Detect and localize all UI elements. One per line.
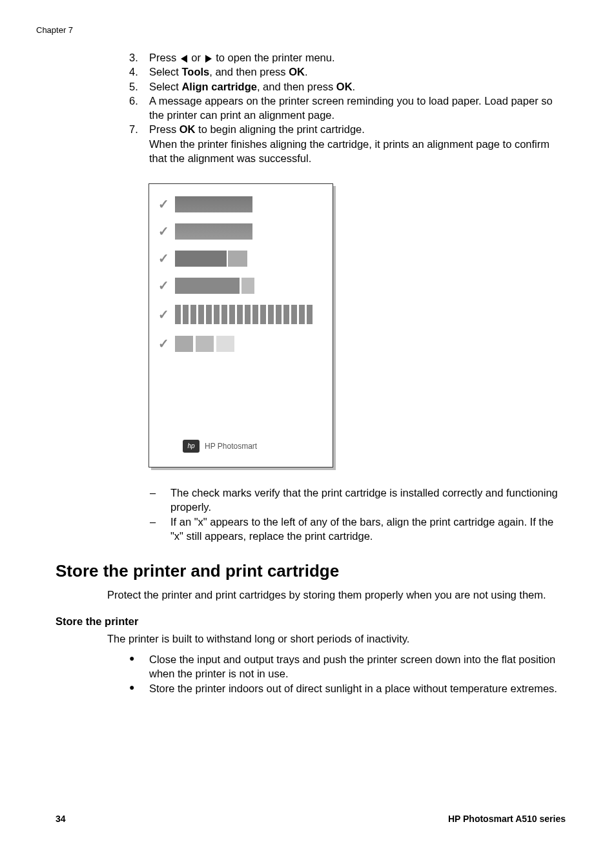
step-number: 7.: [129, 122, 149, 165]
subsection-paragraph: The printer is built to withstand long o…: [107, 632, 566, 646]
alignment-page-illustration: ✓ ✓ ✓ ✓ ✓ ✓ hp HP Photosmart: [149, 183, 566, 468]
page-number: 34: [56, 813, 66, 825]
numbered-steps: 3. Press or to open the printer menu. 4.…: [129, 50, 566, 165]
section-title: Store the printer and print cartridge: [56, 560, 566, 582]
bullet-mark: ●: [129, 681, 149, 695]
checkmark-icon: ✓: [158, 335, 169, 353]
step-5: 5. Select Align cartridge, and then pres…: [129, 79, 566, 94]
bold: OK: [336, 81, 353, 92]
text: Select: [149, 66, 181, 77]
bullet-item-1: ● Close the input and output trays and p…: [129, 652, 566, 681]
product-name: HP Photosmart A510 series: [448, 813, 566, 825]
step-text: Press or to open the printer menu.: [149, 50, 566, 65]
step-text: A message appears on the printer screen …: [149, 94, 566, 123]
dash-text: The check marks verify that the print ca…: [170, 486, 566, 515]
text: or: [189, 52, 204, 63]
checkmark-icon: ✓: [158, 306, 169, 324]
dash-item-1: – The check marks verify that the print …: [150, 486, 566, 515]
alignment-bar: [175, 278, 254, 294]
subsection-title: Store the printer: [56, 614, 566, 628]
step-number: 3.: [129, 50, 149, 65]
bullet-item-2: ● Store the printer indoors out of direc…: [129, 681, 566, 695]
align-row-3: ✓: [158, 250, 321, 267]
step-number: 5.: [129, 79, 149, 94]
text: , and then press: [209, 66, 289, 77]
bullet-text: Store the printer indoors out of direct …: [149, 681, 566, 695]
hp-logo-icon: hp: [183, 440, 200, 453]
align-row-5: ✓: [158, 304, 321, 325]
page-content: 3. Press or to open the printer menu. 4.…: [56, 50, 566, 695]
bullet-text: Close the input and output trays and pus…: [149, 652, 566, 681]
text: Select: [149, 81, 181, 92]
text: Press: [149, 123, 180, 135]
alignment-bar: [175, 196, 252, 212]
text: .: [353, 81, 356, 92]
step-text: Press OK to begin aligning the print car…: [149, 122, 566, 165]
dash-item-2: – If an "x" appears to the left of any o…: [150, 515, 566, 544]
checkmark-icon: ✓: [158, 196, 169, 213]
bold: OK: [180, 123, 196, 135]
step-text: Select Tools, and then press OK.: [149, 65, 566, 79]
alignment-bar: [175, 336, 234, 352]
text: to open the printer menu.: [213, 52, 335, 63]
left-arrow-icon: [181, 55, 187, 63]
step-number: 6.: [129, 94, 149, 123]
bullet-mark: ●: [129, 652, 149, 681]
chapter-header: Chapter 7: [36, 25, 73, 36]
hp-logo-row: hp HP Photosmart: [183, 440, 257, 453]
alignment-box: ✓ ✓ ✓ ✓ ✓ ✓ hp HP Photosmart: [149, 183, 333, 468]
bold: Align cartridge: [181, 81, 256, 92]
checkmark-icon: ✓: [158, 250, 169, 267]
align-row-6: ✓: [158, 335, 321, 352]
text: to begin aligning the print cartridge.: [196, 123, 365, 135]
dash-mark: –: [150, 486, 170, 515]
checkmark-icon: ✓: [158, 277, 169, 294]
step-7: 7. Press OK to begin aligning the print …: [129, 122, 566, 165]
align-row-2: ✓: [158, 223, 321, 240]
step-6: 6. A message appears on the printer scre…: [129, 94, 566, 123]
bold: Tools: [181, 66, 209, 77]
alignment-bar: [175, 223, 252, 240]
step-text: Select Align cartridge, and then press O…: [149, 79, 566, 94]
bullet-list: ● Close the input and output trays and p…: [129, 652, 566, 695]
checkmark-icon: ✓: [158, 223, 169, 240]
text: , and then press: [257, 81, 336, 92]
dash-mark: –: [150, 515, 170, 544]
dash-list: – The check marks verify that the print …: [150, 486, 566, 543]
alignment-stripes: [175, 305, 313, 324]
hp-logo-text: HP Photosmart: [205, 441, 257, 451]
step-4: 4. Select Tools, and then press OK.: [129, 65, 566, 79]
text: Press: [149, 52, 180, 63]
alignment-bar: [175, 251, 247, 267]
page-footer: 34 HP Photosmart A510 series: [56, 813, 566, 825]
align-row-1: ✓: [158, 196, 321, 212]
bold: OK: [289, 66, 305, 77]
right-arrow-icon: [205, 55, 212, 63]
section-paragraph: Protect the printer and print cartridges…: [107, 588, 566, 602]
text: When the printer finishes aligning the c…: [149, 138, 549, 164]
step-3: 3. Press or to open the printer menu.: [129, 50, 566, 65]
text: .: [305, 66, 308, 77]
step-number: 4.: [129, 65, 149, 79]
dash-text: If an "x" appears to the left of any of …: [170, 515, 566, 544]
align-row-4: ✓: [158, 277, 321, 294]
